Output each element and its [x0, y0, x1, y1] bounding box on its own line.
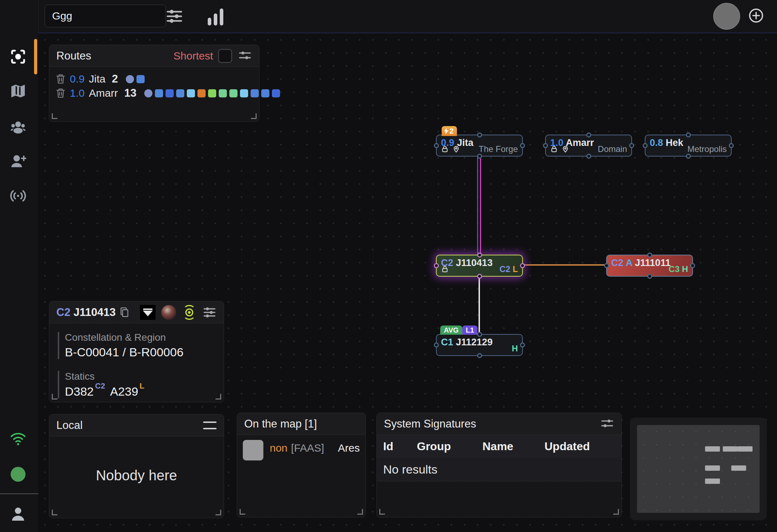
port-top[interactable] — [586, 132, 591, 137]
pilot-name: non — [270, 442, 287, 454]
port-top[interactable] — [477, 253, 482, 257]
map-name-input[interactable] — [45, 5, 166, 27]
region-label: Metropolis — [687, 144, 727, 154]
minimap-panel[interactable] — [630, 418, 767, 520]
location-pin-icon — [452, 145, 460, 153]
port-bottom[interactable] — [586, 154, 591, 159]
routes-title: Routes — [56, 50, 91, 62]
local-menu-icon[interactable] — [203, 421, 217, 429]
port-top[interactable] — [477, 332, 482, 337]
sidebar-item-add-character-icon[interactable] — [10, 153, 26, 169]
route-chips — [144, 89, 280, 97]
profile-icon[interactable] — [10, 506, 26, 522]
user-avatar[interactable] — [713, 3, 740, 30]
minimap-node — [705, 479, 720, 484]
system-node-j111011[interactable]: C2 A J111011 C3 H — [606, 255, 693, 277]
column-group: Group — [417, 440, 482, 453]
system-node-j110413[interactable]: C2 J110413 C2 L — [436, 255, 523, 277]
routes-settings-icon[interactable] — [238, 49, 252, 63]
port-left[interactable] — [434, 343, 439, 347]
system-node-j112129[interactable]: AVG L1 C1 J112129 H — [436, 334, 523, 356]
minimap-node — [738, 446, 753, 452]
port-bottom[interactable] — [477, 274, 482, 279]
port-left[interactable] — [643, 143, 648, 148]
connection-jita-j110413-magenta[interactable] — [480, 157, 481, 255]
route-step-chip — [208, 89, 216, 97]
on-the-map-panel: On the map [1] non [FAAS] Ares — [237, 413, 366, 517]
constellation-region-section: Constellation & Region B-C00041 / B-R000… — [58, 332, 184, 359]
minimap-node — [705, 446, 720, 452]
statics-status: L — [513, 264, 518, 274]
pilot-ship-type: Ares — [338, 442, 360, 454]
route-step-chip — [272, 89, 280, 97]
pilot-avatar — [243, 440, 263, 460]
port-bottom[interactable] — [477, 154, 482, 159]
port-right[interactable] — [729, 143, 734, 148]
wormhole-thumbnail[interactable] — [161, 305, 176, 320]
sidebar-item-broadcast-icon[interactable] — [10, 188, 26, 204]
port-right[interactable] — [690, 263, 695, 268]
port-top[interactable] — [686, 132, 691, 137]
system-settings-icon[interactable] — [202, 305, 217, 319]
pilot-row[interactable]: non [FAAS] Ares — [243, 440, 360, 460]
route-jump-count: 2 — [112, 73, 118, 85]
port-top[interactable] — [647, 253, 652, 257]
on-the-map-title: On the map [1] — [244, 418, 317, 430]
stats-chart-icon[interactable] — [208, 7, 226, 26]
connection-j110413-j112129[interactable] — [479, 277, 480, 334]
lock-icon — [550, 145, 558, 153]
route-step-chip — [126, 75, 134, 83]
shortest-checkbox[interactable] — [218, 49, 232, 63]
port-right[interactable] — [520, 343, 525, 347]
system-node-hek[interactable]: 0.8 Hek Metropolis — [645, 135, 732, 157]
port-right[interactable] — [629, 143, 634, 148]
delete-route-icon[interactable] — [56, 74, 66, 84]
sov-flag-icon[interactable] — [140, 305, 156, 320]
route-chips — [126, 75, 145, 83]
route-step-chip — [155, 89, 163, 97]
port-top[interactable] — [477, 132, 482, 137]
route-step-chip — [176, 89, 184, 97]
signatures-title: System Signatures — [384, 418, 476, 430]
signatures-empty-row: No results — [377, 458, 621, 481]
online-status-indicator — [11, 467, 26, 482]
route-step-chip — [240, 89, 248, 97]
signatures-settings-icon[interactable] — [600, 417, 614, 431]
port-bottom[interactable] — [647, 274, 652, 279]
statics-status: H — [682, 264, 688, 274]
statics-section: Statics D382C2A239L — [58, 371, 149, 398]
shortest-label: Shortest — [173, 50, 213, 62]
sidebar-item-characters-icon[interactable] — [10, 119, 26, 135]
port-left[interactable] — [604, 263, 609, 268]
port-right[interactable] — [520, 263, 525, 268]
route-step-chip — [166, 89, 174, 97]
connection-jita-j110413-violet[interactable] — [477, 157, 478, 255]
signatures-table-header: Id Group Name Updated — [377, 435, 621, 458]
connection-status-wifi-icon — [10, 430, 26, 446]
port-bottom[interactable] — [477, 353, 482, 358]
connection-j110413-j111011[interactable] — [523, 264, 607, 266]
delete-route-icon[interactable] — [56, 88, 66, 98]
copy-icon[interactable] — [120, 307, 129, 318]
minimap-viewport[interactable] — [637, 425, 760, 513]
port-left[interactable] — [543, 143, 548, 148]
sidebar-item-map-icon[interactable] — [10, 83, 26, 99]
add-icon[interactable] — [749, 8, 764, 23]
system-node-jita[interactable]: 2 0.9 Jita The Forge — [436, 135, 523, 157]
port-left[interactable] — [434, 263, 439, 268]
sidebar-item-tracker-focus-icon[interactable] — [10, 49, 26, 65]
route-row-jita[interactable]: 0.9 Jita 2 — [56, 73, 145, 85]
route-row-amarr[interactable]: 1.0 Amarr 13 — [56, 87, 280, 100]
port-bottom[interactable] — [686, 154, 691, 159]
active-item-indicator — [34, 39, 37, 74]
focus-target-icon[interactable] — [182, 305, 197, 320]
port-left[interactable] — [434, 143, 439, 148]
route-destination: Jita — [89, 73, 106, 85]
route-jump-count: 13 — [124, 87, 136, 100]
routes-panel: Routes Shortest 0.9 Jita 2 1.0 Amarr 13 — [49, 45, 259, 122]
top-bar — [0, 0, 777, 33]
system-node-amarr[interactable]: 1.0 Amarr Domain — [545, 135, 632, 157]
location-pin-icon — [561, 145, 569, 153]
map-filter-icon[interactable] — [165, 7, 184, 26]
port-right[interactable] — [520, 143, 525, 148]
